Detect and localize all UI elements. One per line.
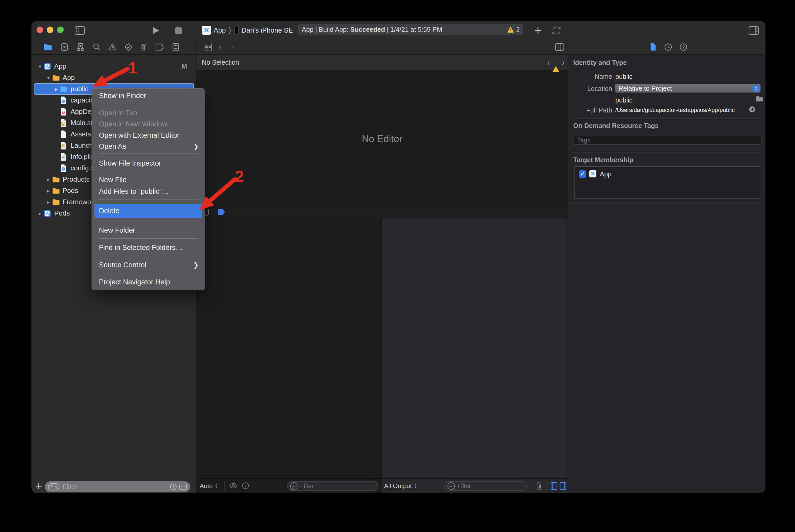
open-path-arrow-icon[interactable] [749,106,756,113]
related-items-icon[interactable] [204,43,213,52]
disclosure-open-icon[interactable]: ▾ [36,63,44,70]
warning-icon[interactable] [553,59,559,66]
source-control-navigator-tab[interactable] [60,43,69,52]
target-checkbox-checked[interactable]: ✓ [579,170,586,178]
trash-icon[interactable] [535,482,542,490]
debug-panes [197,218,568,478]
menu-item-new-file[interactable]: New File [92,174,205,185]
storyboard-file-icon [60,142,69,150]
zoom-window-button[interactable] [57,26,64,33]
warning-icon [507,26,514,33]
info-icon[interactable]: i [242,482,249,489]
menu-item-show-file-inspector[interactable]: Show File Inspector [92,158,205,169]
eye-icon[interactable] [229,482,238,489]
menu-item-project-navigator-help[interactable]: Project Navigator Help [92,277,205,288]
disclosure-closed-icon[interactable]: ▸ [45,199,52,205]
editor-area: No Selection ‹ › No Editor [196,55,568,493]
xml-file-icon: T [60,164,69,172]
issue-navigator-tab[interactable] [108,43,117,52]
no-editor-text: No Editor [362,134,402,145]
variables-filter-input[interactable] [300,482,359,490]
add-editor-icon[interactable] [555,43,564,52]
menu-item-add-files[interactable]: Add Files to “public”… [92,186,205,197]
full-path-label: Full Path [573,107,612,114]
test-navigator-tab[interactable] [124,43,133,52]
editor-swap-icon[interactable] [550,26,563,35]
tree-row-project-app[interactable]: ▾ App M [32,61,196,72]
activity-status[interactable]: App | Build App: Succeeded | 1/4/21 at 5… [298,24,523,35]
quick-help-inspector-tab[interactable]: ? [679,43,688,52]
tree-row-folder-app[interactable]: ▾ App [32,72,196,83]
next-issue-icon[interactable]: › [562,58,564,67]
recent-files-clock-icon[interactable] [170,483,177,491]
file-inspector-tab[interactable] [649,43,657,52]
console-scope-dropdown[interactable]: All Output▲▼ [384,482,417,490]
debug-navigator-tab[interactable] [139,43,148,52]
full-path-value: /Users/dan/git/capacitor-testapp/ios/App… [615,107,735,114]
odr-header: On Demand Resource Tags [573,122,659,130]
back-chevron-icon[interactable]: ‹ [215,43,224,52]
pane-divider[interactable] [381,218,382,478]
blue-folder-icon [60,85,69,93]
show-variables-view-toggle-icon[interactable] [550,482,557,490]
scheme-name: App [214,26,226,34]
location-dropdown[interactable]: Relative to Project ▲▼ [615,84,761,93]
navigator-filter-field[interactable] [45,481,190,492]
target-membership-header: Target Membership [573,156,633,164]
disclosure-closed-icon[interactable]: ▸ [36,210,44,216]
inspector-panel: Identity and Type Name public Location R… [568,55,765,493]
breakpoint-navigator-tab[interactable] [155,43,164,52]
menu-item-open-as[interactable]: Open As❯ [92,141,205,152]
add-item-icon[interactable] [35,482,43,491]
location-label: Location [573,85,612,93]
run-button[interactable] [151,26,161,35]
console-filter-field[interactable] [444,481,527,491]
find-navigator-tab[interactable] [92,43,101,52]
close-window-button[interactable] [37,26,43,33]
toggle-inspector-icon[interactable] [748,26,759,35]
folder-icon [52,198,61,206]
menu-item-delete-highlighted[interactable]: Delete [94,204,202,218]
tags-input[interactable] [577,136,758,144]
jump-bar[interactable]: No Selection ‹ › [197,55,568,71]
name-value[interactable]: public [615,73,632,80]
tags-field[interactable] [573,136,762,145]
show-console-toggle-icon[interactable] [560,482,566,490]
library-add-button[interactable] [533,26,543,35]
navigator-filter-input[interactable] [62,483,158,491]
console-view[interactable] [382,218,568,478]
minimize-window-button[interactable] [47,26,53,33]
project-navigator-tab[interactable] [43,43,52,52]
menu-item-show-in-finder[interactable]: Show in Finder [92,90,205,101]
filter-icon [48,483,59,491]
no-editor-placeholder: No Editor [197,71,568,208]
history-inspector-tab[interactable] [664,43,673,52]
variables-scope-dropdown[interactable]: Auto▲▼ [200,482,218,490]
disclosure-closed-icon[interactable]: ▸ [45,188,52,194]
tree-label: Products [62,175,90,184]
plain-file-icon [60,130,69,138]
menu-item-new-folder[interactable]: New Folder [92,225,205,236]
report-navigator-tab[interactable] [171,43,180,52]
scheme-selector[interactable]: ✕ App ⟩ Dan's iPhone SE [202,25,293,35]
variables-view[interactable] [197,218,381,478]
breakpoints-enabled-flag-icon[interactable] [217,208,225,216]
stop-button[interactable] [174,26,183,35]
forward-chevron-icon[interactable]: › [229,43,238,52]
symbol-navigator-tab[interactable] [76,43,85,52]
source-control-status-filter-icon[interactable] [179,483,187,490]
toggle-navigator-icon[interactable] [74,26,85,35]
disclosure-closed-icon[interactable]: ▸ [45,176,52,183]
variables-filter-field[interactable] [287,481,378,491]
menu-item-source-control[interactable]: Source Control❯ [92,260,205,270]
previous-issue-icon[interactable]: ‹ [547,58,550,67]
menu-item-find-in-selected-folders[interactable]: Find in Selected Folders… [92,242,205,253]
tree-label: App [62,74,75,82]
console-filter-input[interactable] [457,482,516,490]
choose-folder-icon[interactable] [756,96,763,102]
disclosure-open-icon[interactable]: ▾ [45,75,52,81]
folder-icon [52,176,61,184]
disclosure-closed-icon[interactable]: ▸ [53,86,60,92]
menu-item-open-with-external-editor[interactable]: Open with External Editor [92,130,205,141]
console-bar: All Output▲▼ [382,479,568,493]
